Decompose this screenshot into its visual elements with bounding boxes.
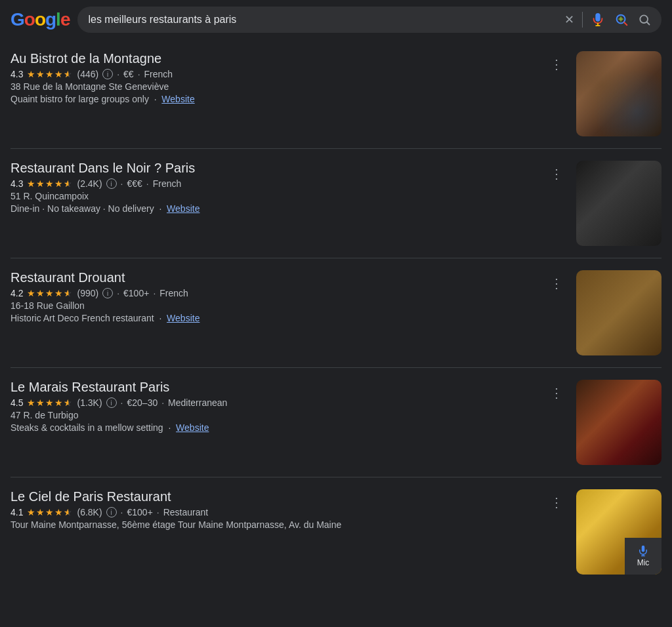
result-item-marais: Le Marais Restaurant Paris 4.5 ★★★★☆ (1.… [10, 368, 662, 477]
stars: ★★★★☆ [27, 507, 73, 517]
cuisine-type: French [159, 288, 188, 298]
result-address-noir: 51 R. Quincampoix [10, 191, 537, 201]
google-logo: Google [10, 9, 70, 30]
result-address-drouant: 16-18 Rue Gaillon [10, 300, 537, 311]
svg-point-1 [619, 17, 623, 20]
price-range: €100+ [123, 288, 149, 298]
search-bar: ✕ [77, 7, 662, 33]
header: Google ✕ [0, 0, 672, 39]
result-rating-bistrot: 4.3 ★★★★☆ (446) i · €€ · French [10, 69, 537, 79]
website-link-marais[interactable]: Website [176, 422, 209, 433]
cuisine-type: French [153, 178, 182, 189]
rating-number: 4.2 [10, 288, 23, 298]
lens-icon [614, 12, 629, 27]
search-button[interactable] [638, 13, 651, 26]
result-name-drouant[interactable]: Restaurant Drouant [10, 270, 537, 285]
review-count: (1.3K) [77, 397, 102, 408]
more-options-bistrot[interactable]: ⋮ [545, 54, 568, 75]
result-rating-noir: 4.3 ★★★★☆ (2.4K) i · €€€ · French [10, 178, 537, 189]
mic-button[interactable] [591, 12, 605, 27]
result-name-bistrot[interactable]: Au Bistrot de la Montagne [10, 51, 537, 66]
more-options-drouant[interactable]: ⋮ [545, 273, 568, 294]
star-half: ☆ [64, 69, 73, 79]
result-name-noir[interactable]: Restaurant Dans le Noir ? Paris [10, 161, 537, 176]
price-range: €€€ [127, 178, 142, 189]
mic-corner-label: Mic [637, 558, 650, 567]
review-count: (6.8K) [77, 507, 102, 517]
result-content-drouant: Restaurant Drouant 4.2 ★★★★☆ (990) i · €… [10, 270, 537, 323]
price-range: €20–30 [127, 397, 158, 408]
result-item-ciel: Le Ciel de Paris Restaurant 4.1 ★★★★☆ (6… [10, 477, 662, 586]
stars: ★★★★☆ [27, 69, 73, 79]
website-link-noir[interactable]: Website [167, 203, 200, 214]
review-count: (446) [77, 69, 98, 79]
separator: · [146, 178, 149, 189]
result-image-marais[interactable] [576, 380, 662, 465]
separator: · [121, 178, 123, 189]
review-count: (990) [77, 288, 98, 298]
rating-number: 4.3 [10, 69, 23, 79]
website-link-drouant[interactable]: Website [167, 313, 200, 323]
result-image-drouant[interactable] [576, 270, 662, 355]
lens-button[interactable] [614, 12, 629, 27]
info-button[interactable]: i [102, 69, 113, 79]
star-half: ☆ [64, 288, 73, 298]
review-count: (2.4K) [77, 178, 102, 189]
rating-number: 4.1 [10, 507, 23, 517]
separator: · [161, 397, 164, 408]
search-input[interactable] [88, 14, 559, 26]
result-desc-drouant: Historic Art Deco French restaurant · We… [10, 313, 537, 323]
result-image-ciel[interactable]: Mic [576, 489, 662, 575]
mic-icon [591, 12, 605, 27]
result-image-noir[interactable] [576, 161, 662, 246]
website-link-bistrot[interactable]: Website [161, 94, 194, 104]
results-list: Au Bistrot de la Montagne 4.3 ★★★★☆ (446… [0, 39, 672, 586]
result-rating-drouant: 4.2 ★★★★☆ (990) i · €100+ · French [10, 288, 537, 298]
separator: · [157, 507, 159, 517]
result-name-marais[interactable]: Le Marais Restaurant Paris [10, 380, 537, 395]
result-desc-marais: Steaks & cocktails in a mellow setting ·… [10, 422, 537, 433]
svg-rect-3 [642, 546, 645, 552]
mic-corner-overlay[interactable]: Mic [625, 538, 662, 575]
separator: · [138, 69, 140, 79]
app-container: Google ✕ [0, 0, 672, 586]
clear-button[interactable]: ✕ [564, 12, 574, 27]
result-address-ciel: Tour Maine Montparnasse, 56ème étage Tou… [10, 519, 537, 530]
result-desc-bistrot: Quaint bistro for large groups only · We… [10, 94, 537, 104]
stars: ★★★★☆ [27, 397, 73, 408]
star-half: ☆ [64, 507, 73, 517]
mic-corner-icon [637, 545, 649, 557]
star-half: ☆ [64, 178, 73, 189]
more-options-ciel[interactable]: ⋮ [545, 492, 568, 513]
rating-number: 4.5 [10, 397, 23, 408]
more-options-marais[interactable]: ⋮ [545, 382, 568, 403]
search-divider [582, 12, 583, 28]
price-range: €100+ [127, 507, 152, 517]
stars: ★★★★☆ [27, 178, 73, 189]
result-content-bistrot: Au Bistrot de la Montagne 4.3 ★★★★☆ (446… [10, 51, 537, 104]
result-image-bistrot[interactable] [576, 51, 662, 136]
info-button[interactable]: i [106, 507, 117, 517]
cuisine-type: French [144, 69, 173, 79]
rating-number: 4.3 [10, 178, 23, 189]
info-button[interactable]: i [106, 397, 117, 408]
cuisine-type: Restaurant [163, 507, 208, 517]
search-icons [591, 12, 651, 27]
result-item-drouant: Restaurant Drouant 4.2 ★★★★☆ (990) i · €… [10, 258, 662, 368]
separator: · [117, 69, 119, 79]
result-desc-noir: Dine-in · No takeaway · No delivery · We… [10, 203, 537, 214]
info-button[interactable]: i [102, 288, 113, 298]
star-half: ☆ [64, 397, 73, 408]
result-item-noir: Restaurant Dans le Noir ? Paris 4.3 ★★★★… [10, 149, 662, 258]
info-button[interactable]: i [106, 178, 117, 189]
result-content-marais: Le Marais Restaurant Paris 4.5 ★★★★☆ (1.… [10, 380, 537, 433]
result-rating-marais: 4.5 ★★★★☆ (1.3K) i · €20–30 · Mediterran… [10, 397, 537, 408]
separator: · [121, 507, 123, 517]
result-item-bistrot: Au Bistrot de la Montagne 4.3 ★★★★☆ (446… [10, 39, 662, 149]
search-icon [638, 13, 651, 26]
more-options-noir[interactable]: ⋮ [545, 163, 568, 184]
result-address-marais: 47 R. de Turbigo [10, 410, 537, 420]
cuisine-type: Mediterranean [168, 397, 227, 408]
result-name-ciel[interactable]: Le Ciel de Paris Restaurant [10, 489, 537, 504]
separator: · [117, 288, 119, 298]
